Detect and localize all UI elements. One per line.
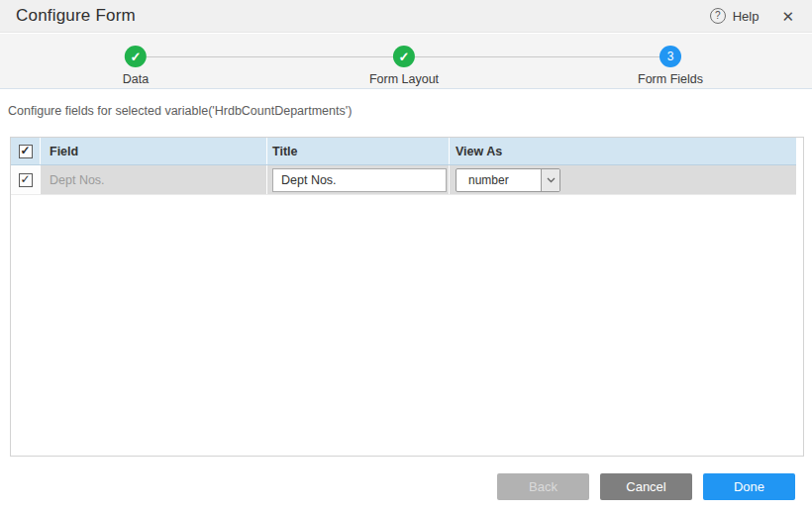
check-icon: ✓: [131, 51, 142, 63]
check-icon: ✓: [20, 145, 30, 156]
table-row: ✓ Dept Nos. number: [11, 165, 796, 195]
step-form-fields[interactable]: 3 Form Fields: [638, 46, 703, 86]
help-button[interactable]: ? Help: [710, 8, 760, 24]
page-title: Configure Form: [16, 6, 136, 26]
select-all-checkbox[interactable]: ✓: [19, 145, 33, 158]
back-button[interactable]: Back: [497, 473, 589, 500]
step-data[interactable]: ✓ Data: [123, 46, 149, 86]
step-label: Form Layout: [369, 72, 439, 86]
view-as-selected-value: number: [457, 169, 541, 191]
footer-actions: Back Cancel Done: [497, 473, 795, 500]
field-cell: Dept Nos.: [41, 165, 267, 194]
step-complete-icon: ✓: [125, 46, 147, 67]
titlebar-actions: ? Help ✕: [710, 8, 794, 24]
column-header-title: Title: [267, 138, 450, 164]
step-number: 3: [667, 51, 674, 62]
configure-fields-subtitle: Configure fields for selected variable('…: [8, 104, 352, 118]
title-cell: [267, 165, 450, 194]
wizard-stepper: ✓ Data ✓ Form Layout 3 Form Fields: [0, 34, 812, 89]
done-button[interactable]: Done: [703, 473, 795, 500]
help-icon: ?: [710, 8, 726, 24]
step-form-layout[interactable]: ✓ Form Layout: [369, 46, 439, 86]
close-icon[interactable]: ✕: [781, 9, 794, 24]
header-checkbox-cell: ✓: [11, 138, 41, 164]
view-as-cell: number: [450, 165, 796, 194]
step-label: Data: [123, 72, 149, 86]
step-number-badge: 3: [660, 46, 681, 67]
row-checkbox-cell: ✓: [11, 165, 41, 194]
step-label: Form Fields: [638, 72, 703, 86]
table-header-row: ✓ Field Title View As: [11, 138, 796, 165]
fields-table: ✓ Field Title View As ✓ Dept Nos. number: [10, 137, 804, 457]
titlebar: Configure Form ? Help ✕: [0, 0, 812, 33]
column-header-view-as: View As: [450, 138, 796, 164]
step-complete-icon: ✓: [393, 46, 415, 67]
chevron-down-icon: [541, 169, 559, 191]
field-name: Dept Nos.: [50, 173, 105, 187]
help-label: Help: [733, 9, 760, 24]
cancel-button[interactable]: Cancel: [600, 473, 692, 500]
check-icon: ✓: [399, 51, 410, 63]
title-input[interactable]: [272, 168, 447, 192]
configure-form-dialog: Configure Form ? Help ✕ ✓ Data ✓ Form La…: [0, 0, 812, 513]
column-header-field: Field: [41, 138, 267, 164]
check-icon: ✓: [20, 173, 30, 185]
row-checkbox[interactable]: ✓: [19, 173, 33, 187]
view-as-select[interactable]: number: [456, 168, 560, 192]
